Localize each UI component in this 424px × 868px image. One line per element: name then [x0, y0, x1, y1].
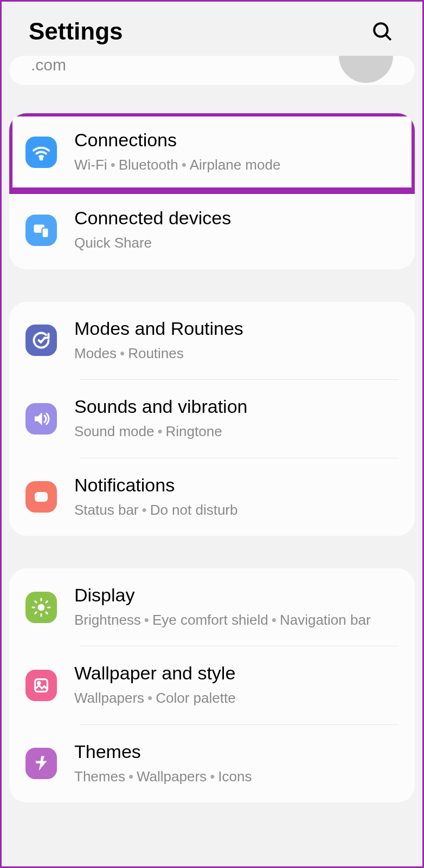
avatar	[339, 56, 393, 83]
svg-point-8	[38, 604, 45, 611]
item-text: Connected devicesQuick Share	[74, 208, 399, 252]
item-title: Modes and Routines	[74, 318, 399, 339]
item-subtitle: Status bar•Do not disturb	[74, 500, 399, 520]
item-text: Sounds and vibrationSound mode•Ringtone	[74, 396, 399, 441]
settings-item-modes-routines[interactable]: Modes and RoutinesModes•Routines	[9, 302, 415, 379]
item-subtitle: Wi-Fi•Bluetooth•Airplane mode	[74, 155, 399, 174]
item-subtitle: Modes•Routines	[74, 344, 399, 363]
settings-item-connections[interactable]: ConnectionsWi-Fi•Bluetooth•Airplane mode	[9, 113, 415, 194]
account-card[interactable]: .com	[9, 56, 415, 85]
settings-item-display[interactable]: DisplayBrightness•Eye comfort shield•Nav…	[9, 568, 415, 646]
settings-group: ConnectionsWi-Fi•Bluetooth•Airplane mode…	[9, 113, 415, 269]
settings-group: DisplayBrightness•Eye comfort shield•Nav…	[9, 568, 415, 802]
settings-item-themes[interactable]: ThemesThemes•Wallpapers•Icons	[9, 725, 415, 802]
svg-line-14	[46, 612, 47, 613]
themes-icon	[25, 748, 57, 779]
svg-rect-17	[35, 679, 48, 692]
item-title: Notifications	[74, 475, 399, 496]
item-text: DisplayBrightness•Eye comfort shield•Nav…	[74, 585, 399, 630]
svg-point-2	[40, 158, 42, 159]
svg-line-1	[386, 35, 391, 40]
item-title: Sounds and vibration	[74, 396, 399, 417]
sound-icon	[25, 403, 57, 435]
item-text: ThemesThemes•Wallpapers•Icons	[74, 741, 399, 786]
svg-line-16	[46, 601, 47, 602]
svg-rect-4	[42, 228, 49, 238]
wifi-icon	[25, 137, 57, 168]
svg-point-18	[38, 682, 40, 684]
item-subtitle: Themes•Wallpapers•Icons	[74, 767, 399, 786]
item-text: ConnectionsWi-Fi•Bluetooth•Airplane mode	[74, 129, 399, 174]
header: Settings	[2, 2, 422, 56]
item-title: Themes	[74, 741, 399, 762]
svg-point-7	[43, 494, 47, 497]
item-subtitle: Brightness•Eye comfort shield•Navigation…	[74, 610, 399, 630]
svg-rect-5	[35, 492, 48, 502]
item-subtitle: Quick Share	[74, 233, 399, 252]
item-title: Connected devices	[74, 208, 399, 229]
page-title: Settings	[29, 18, 123, 45]
item-title: Connections	[74, 129, 399, 151]
search-button[interactable]	[369, 18, 395, 44]
wallpaper-icon	[25, 670, 57, 701]
svg-point-0	[374, 23, 388, 37]
settings-group: Modes and RoutinesModes•RoutinesSounds a…	[9, 302, 415, 536]
search-icon	[371, 20, 394, 43]
settings-item-sounds-vibration[interactable]: Sounds and vibrationSound mode•Ringtone	[9, 380, 415, 457]
routines-icon	[25, 325, 57, 356]
devices-icon	[25, 215, 57, 246]
display-icon	[25, 592, 57, 623]
item-title: Display	[74, 585, 399, 606]
item-title: Wallpaper and style	[74, 663, 399, 684]
item-text: NotificationsStatus bar•Do not disturb	[74, 475, 399, 520]
settings-item-notifications[interactable]: NotificationsStatus bar•Do not disturb	[9, 458, 415, 536]
item-subtitle: Wallpapers•Color palette	[74, 688, 399, 708]
item-text: Wallpaper and styleWallpapers•Color pale…	[74, 663, 399, 708]
settings-item-connected-devices[interactable]: Connected devicesQuick Share	[9, 191, 415, 269]
settings-item-wallpaper-style[interactable]: Wallpaper and styleWallpapers•Color pale…	[9, 646, 415, 724]
item-subtitle: Sound mode•Ringtone	[74, 422, 399, 441]
notifications-icon	[25, 481, 57, 513]
item-text: Modes and RoutinesModes•Routines	[74, 318, 399, 363]
svg-line-13	[35, 601, 36, 602]
svg-line-15	[35, 612, 36, 613]
